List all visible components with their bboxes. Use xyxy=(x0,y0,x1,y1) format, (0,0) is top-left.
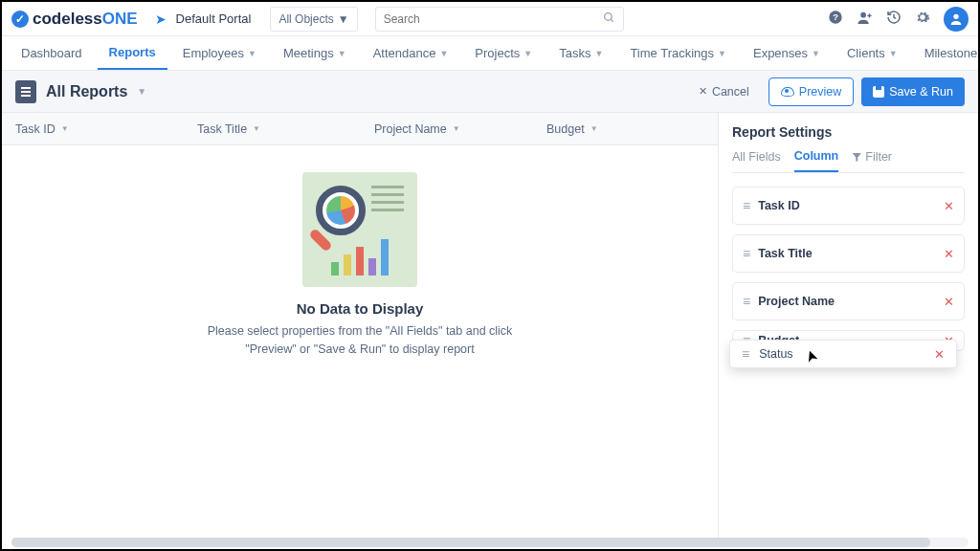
settings-tabs: All Fields Column Filter xyxy=(732,149,965,173)
chevron-down-icon: ▼ xyxy=(338,49,346,58)
column-item-label: Task Title xyxy=(758,247,934,260)
chevron-down-icon: ▼ xyxy=(453,124,460,133)
chevron-down-icon: ▼ xyxy=(889,49,898,58)
drag-handle-icon[interactable]: ≡ xyxy=(743,198,748,213)
column-list: ≡Task ID✕≡Task Title✕≡Project Name✕≡Budg… xyxy=(732,187,965,351)
avatar[interactable] xyxy=(944,7,969,32)
column-item-label: Project Name xyxy=(758,295,934,308)
chevron-down-icon: ▼ xyxy=(590,124,598,133)
help-icon[interactable]: ? xyxy=(828,10,843,28)
chevron-down-icon: ▼ xyxy=(248,49,256,58)
chevron-down-icon: ▼ xyxy=(523,49,532,58)
preview-button[interactable]: Preview xyxy=(768,77,854,106)
settings-panel: Report Settings All Fields Column Filter… xyxy=(718,113,978,538)
tab-filter[interactable]: Filter xyxy=(852,149,892,172)
remove-column-icon[interactable]: ✕ xyxy=(944,247,954,261)
page-title: All Reports xyxy=(46,83,127,100)
tab-projects[interactable]: Projects▼ xyxy=(463,36,544,71)
eye-icon xyxy=(781,87,794,97)
content: Task ID▼Task Title▼Project Name▼Budget▼ … xyxy=(2,113,978,538)
drag-handle-icon[interactable]: ≡ xyxy=(743,294,748,309)
chevron-down-icon: ▼ xyxy=(439,49,448,58)
column-header[interactable]: Task ID▼ xyxy=(2,122,184,136)
svg-text:?: ? xyxy=(833,12,838,22)
tab-meetings[interactable]: Meetings▼ xyxy=(272,36,358,71)
history-icon[interactable] xyxy=(886,10,902,28)
topbar: ✓ codelessONE ➤ Default Portal All Objec… xyxy=(2,2,978,36)
save-run-button[interactable]: Save & Run xyxy=(861,77,965,106)
main-area: Task ID▼Task Title▼Project Name▼Budget▼ … xyxy=(2,113,718,538)
svg-line-1 xyxy=(611,19,613,22)
top-icons: ? xyxy=(828,7,969,32)
tab-dashboard[interactable]: Dashboard xyxy=(10,36,94,71)
tab-expenses[interactable]: Expenses▼ xyxy=(742,36,832,71)
portal-name[interactable]: Default Portal xyxy=(176,11,252,26)
tab-tasks[interactable]: Tasks▼ xyxy=(547,36,614,71)
page-header: All Reports ▼ Cancel Preview Save & Run xyxy=(2,71,978,113)
drag-handle-icon[interactable]: ≡ xyxy=(742,346,747,362)
column-item[interactable]: ≡Task Title✕ xyxy=(732,234,965,273)
chevron-down-icon: ▼ xyxy=(253,124,260,133)
search-input[interactable] xyxy=(375,7,624,32)
empty-illustration xyxy=(302,172,417,287)
column-header[interactable]: Task Title▼ xyxy=(184,122,361,136)
chevron-down-icon: ▼ xyxy=(812,49,820,58)
drag-handle-icon[interactable]: ≡ xyxy=(743,246,748,261)
settings-title: Report Settings xyxy=(732,124,965,140)
search-wrap xyxy=(375,7,818,32)
remove-column-icon[interactable]: ✕ xyxy=(944,199,954,213)
header-actions: Cancel Preview Save & Run xyxy=(687,77,965,106)
empty-state: No Data to Display Please select propert… xyxy=(2,145,718,538)
column-item-label: Task ID xyxy=(758,199,934,212)
horizontal-scrollbar[interactable] xyxy=(11,538,969,547)
tab-employees[interactable]: Employees▼ xyxy=(171,36,268,71)
empty-message: Please select properties from the "All F… xyxy=(207,322,513,359)
chevron-down-icon: ▼ xyxy=(61,124,69,133)
title-chevron-down-icon[interactable]: ▼ xyxy=(137,86,146,97)
logo[interactable]: ✓ codelessONE xyxy=(11,10,138,29)
tab-column[interactable]: Column xyxy=(794,149,839,172)
cancel-button[interactable]: Cancel xyxy=(687,77,761,106)
object-selector[interactable]: All Objects▼ xyxy=(270,7,357,32)
dragging-column-item[interactable]: ≡ Status ✕ xyxy=(729,340,957,368)
column-item[interactable]: ≡Task ID✕ xyxy=(732,187,965,225)
chevron-down-icon: ▼ xyxy=(338,12,349,26)
filter-icon xyxy=(852,153,861,162)
remove-column-icon[interactable]: ✕ xyxy=(934,347,945,362)
tab-all-fields[interactable]: All Fields xyxy=(732,149,781,172)
tab-attendance[interactable]: Attendance▼ xyxy=(362,36,460,71)
svg-point-7 xyxy=(953,13,958,18)
column-header[interactable]: Project Name▼ xyxy=(361,122,533,136)
save-icon xyxy=(873,86,884,98)
tab-milestones[interactable]: Milestones▼ xyxy=(913,36,978,71)
chevron-down-icon: ▼ xyxy=(718,49,726,58)
svg-point-0 xyxy=(604,12,612,20)
send-icon[interactable]: ➤ xyxy=(155,11,167,27)
gear-icon[interactable] xyxy=(915,10,930,28)
column-headers: Task ID▼Task Title▼Project Name▼Budget▼ xyxy=(2,113,718,145)
remove-column-icon[interactable]: ✕ xyxy=(944,295,954,309)
report-icon xyxy=(15,80,36,103)
tab-clients[interactable]: Clients▼ xyxy=(835,36,909,71)
logo-icon: ✓ xyxy=(11,11,29,28)
chevron-down-icon: ▼ xyxy=(594,49,603,58)
empty-title: No Data to Display xyxy=(297,300,424,317)
column-header[interactable]: Budget▼ xyxy=(533,122,677,136)
add-user-icon[interactable] xyxy=(857,10,873,29)
search-icon[interactable] xyxy=(603,11,615,27)
column-item-label: Status xyxy=(759,347,792,361)
tab-time-trackings[interactable]: Time Trackings▼ xyxy=(618,36,738,71)
tab-reports[interactable]: Reports xyxy=(98,36,167,71)
nav-tabs: DashboardReportsEmployees▼Meetings▼Atten… xyxy=(2,36,978,71)
svg-point-4 xyxy=(860,11,866,17)
column-item[interactable]: ≡Project Name✕ xyxy=(732,282,965,320)
